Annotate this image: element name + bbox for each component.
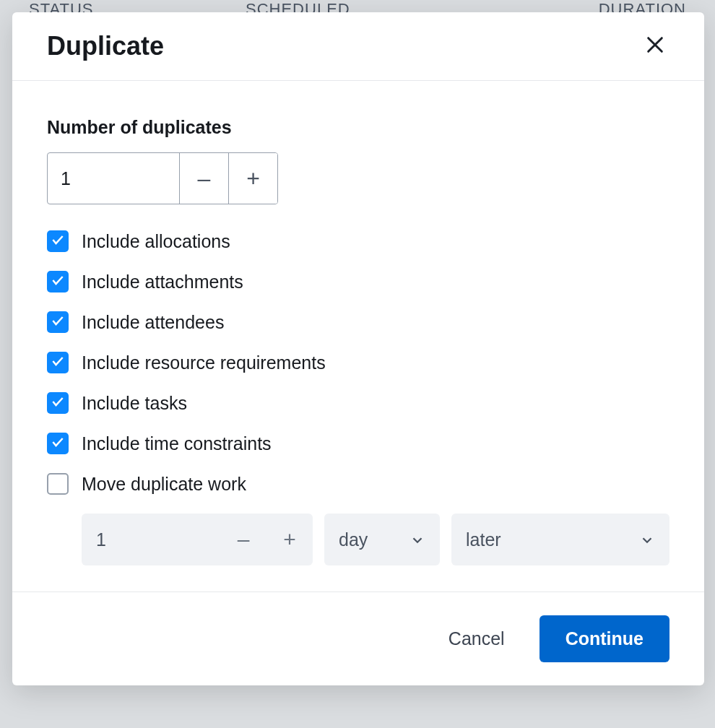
option-move-duplicate-work: Move duplicate work xyxy=(47,473,670,495)
continue-button[interactable]: Continue xyxy=(540,615,670,662)
checkbox-include-time-constraints[interactable] xyxy=(47,433,69,454)
plus-icon: + xyxy=(246,165,260,192)
checkbox-move-duplicate-work[interactable] xyxy=(47,473,69,495)
check-icon xyxy=(51,273,65,290)
close-button[interactable] xyxy=(641,32,670,61)
option-label: Include tasks xyxy=(82,393,187,414)
move-amount-value: 1 xyxy=(82,514,220,566)
close-icon xyxy=(645,35,665,58)
duplicate-modal: Duplicate Number of duplicates – + Inclu… xyxy=(12,12,704,685)
option-label: Include resource requirements xyxy=(82,352,326,373)
cancel-button[interactable]: Cancel xyxy=(434,618,519,659)
move-amount-stepper[interactable]: 1 – + xyxy=(82,514,313,566)
check-icon xyxy=(51,435,65,452)
checkbox-include-attendees[interactable] xyxy=(47,311,69,333)
checkbox-include-tasks[interactable] xyxy=(47,392,69,414)
modal-header: Duplicate xyxy=(12,12,704,81)
option-label: Move duplicate work xyxy=(82,474,246,495)
check-icon xyxy=(51,354,65,371)
minus-icon: – xyxy=(198,165,211,192)
modal-title: Duplicate xyxy=(47,31,164,61)
check-icon xyxy=(51,233,65,250)
decrement-button[interactable]: – xyxy=(179,153,228,204)
option-label: Include time constraints xyxy=(82,433,272,454)
option-include-attendees: Include attendees xyxy=(47,311,670,333)
check-icon xyxy=(51,313,65,331)
increment-button[interactable]: + xyxy=(228,153,277,204)
option-include-resource-requirements: Include resource requirements xyxy=(47,352,670,373)
option-include-time-constraints: Include time constraints xyxy=(47,433,670,454)
options-list: Include allocations Include attachments … xyxy=(47,230,670,495)
minus-icon: – xyxy=(238,527,250,552)
chevron-down-icon xyxy=(639,532,655,547)
option-label: Include allocations xyxy=(82,231,230,252)
move-decrement-button[interactable]: – xyxy=(220,514,266,566)
modal-footer: Cancel Continue xyxy=(12,592,704,685)
option-label: Include attachments xyxy=(82,272,243,292)
plus-icon: + xyxy=(283,527,296,552)
option-include-attachments: Include attachments xyxy=(47,271,670,292)
check-icon xyxy=(51,394,65,412)
move-increment-button[interactable]: + xyxy=(266,514,313,566)
num-duplicates-label: Number of duplicates xyxy=(47,117,670,138)
option-include-tasks: Include tasks xyxy=(47,392,670,414)
move-direction-value: later xyxy=(466,529,629,550)
move-direction-select[interactable]: later xyxy=(451,514,670,566)
move-unit-value: day xyxy=(339,529,399,550)
num-duplicates-input[interactable] xyxy=(48,153,179,204)
modal-body: Number of duplicates – + Include allocat… xyxy=(12,81,704,592)
checkbox-include-resource-requirements[interactable] xyxy=(47,352,69,373)
chevron-down-icon xyxy=(410,532,425,547)
checkbox-include-allocations[interactable] xyxy=(47,230,69,252)
option-include-allocations: Include allocations xyxy=(47,230,670,252)
move-unit-select[interactable]: day xyxy=(324,514,440,566)
num-duplicates-stepper: – + xyxy=(47,152,278,204)
option-label: Include attendees xyxy=(82,312,224,333)
move-controls: 1 – + day later xyxy=(47,514,670,566)
checkbox-include-attachments[interactable] xyxy=(47,271,69,292)
